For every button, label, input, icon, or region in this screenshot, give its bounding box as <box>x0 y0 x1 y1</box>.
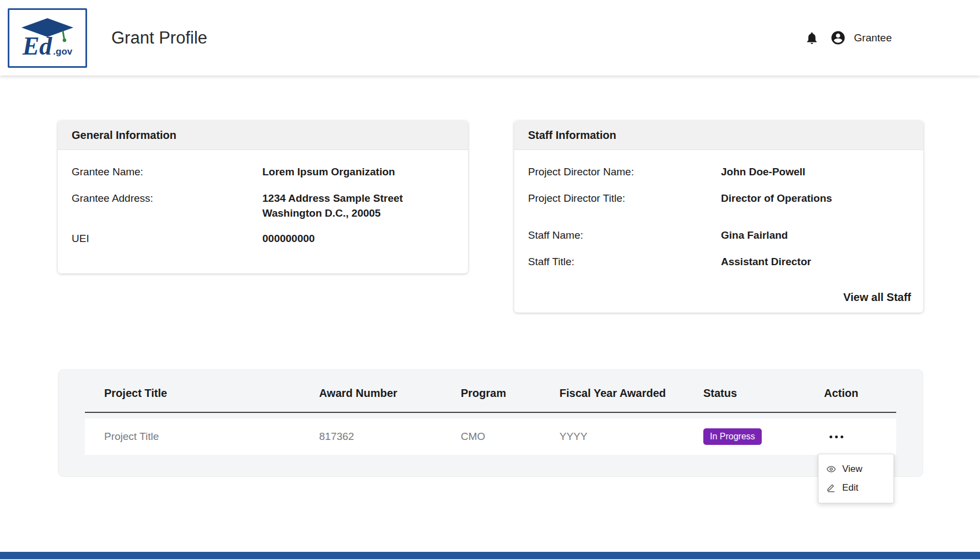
user-avatar-button[interactable] <box>830 30 846 46</box>
info-cards-row: General Information Grantee Name: Lorem … <box>58 121 923 313</box>
header-right: Grantee <box>805 30 892 46</box>
grantee-address-line1: 1234 Address Sample Street <box>262 191 454 206</box>
project-director-name-value: John Doe-Powell <box>721 164 909 180</box>
grant-profile-page: Ed .gov Grant Profile Grantee General In… <box>0 0 980 76</box>
logo-text: Ed .gov <box>23 34 73 59</box>
cell-fiscal-year: YYYY <box>559 431 703 443</box>
menu-item-edit[interactable]: Edit <box>819 479 893 497</box>
general-information-title: General Information <box>72 129 176 142</box>
grantee-address-label: Grantee Address: <box>72 191 262 206</box>
column-header-action: Action <box>824 387 896 400</box>
uei-row: UEI 000000000 <box>72 231 454 246</box>
staff-name-row: Staff Name: Gina Fairland <box>528 228 909 243</box>
staff-name-label: Staff Name: <box>528 228 721 243</box>
project-director-title-label: Project Director Title: <box>528 191 721 206</box>
page-title: Grant Profile <box>111 28 207 48</box>
project-director-name-label: Project Director Name: <box>528 164 721 180</box>
cell-award-number: 817362 <box>319 431 461 443</box>
dot-icon <box>830 436 832 438</box>
grantee-name-row: Grantee Name: Lorem Ipsum Organization <box>72 164 454 180</box>
project-director-title-value: Director of Operations <box>721 191 909 206</box>
view-all-staff-link[interactable]: View all Staff <box>843 291 911 304</box>
project-director-title-row: Project Director Title: Director of Oper… <box>528 191 909 206</box>
grantee-address-value: 1234 Address Sample Street Washington D.… <box>262 191 454 221</box>
pencil-icon <box>826 483 836 493</box>
menu-item-view[interactable]: View <box>819 460 893 479</box>
header: Ed .gov Grant Profile Grantee <box>0 0 980 76</box>
column-header-award-number: Award Number <box>319 387 461 400</box>
table-header-row: Project Title Award Number Program Fisca… <box>85 370 896 413</box>
cell-program: CMO <box>461 431 559 443</box>
ed-gov-logo[interactable]: Ed .gov <box>8 8 87 68</box>
notifications-button[interactable] <box>805 31 819 45</box>
logo-main-text: Ed <box>23 34 52 59</box>
staff-title-row: Staff Title: Assistant Director <box>528 254 909 270</box>
staff-information-header: Staff Information <box>514 121 923 150</box>
staff-information-title: Staff Information <box>528 129 616 142</box>
eye-icon <box>826 464 836 474</box>
staff-information-card: Staff Information Project Director Name:… <box>514 121 923 313</box>
person-icon <box>830 30 846 46</box>
uei-label: UEI <box>72 231 262 246</box>
column-header-status: Status <box>703 387 824 400</box>
dot-icon <box>841 436 843 438</box>
column-header-project-title: Project Title <box>85 387 319 400</box>
staff-name-value: Gina Fairland <box>721 228 909 243</box>
grantee-address-line2: Washington D.C., 20005 <box>262 206 454 221</box>
bell-icon <box>805 31 819 45</box>
projects-table: Project Title Award Number Program Fisca… <box>58 369 923 477</box>
projects-table-inner: Project Title Award Number Program Fisca… <box>85 370 896 455</box>
cell-project-title: Project Title <box>85 431 319 443</box>
staff-information-body: Project Director Name: John Doe-Powell P… <box>514 150 923 269</box>
column-header-program: Program <box>461 387 559 400</box>
table-row: Project Title 817362 CMO YYYY In Progres… <box>85 418 896 455</box>
grantee-address-row: Grantee Address: 1234 Address Sample Str… <box>72 191 454 221</box>
user-role-label: Grantee <box>854 32 892 44</box>
status-badge: In Progress <box>703 428 762 444</box>
dot-icon <box>835 436 838 438</box>
cell-action <box>824 431 896 443</box>
row-actions-button[interactable] <box>824 431 847 443</box>
menu-item-edit-label: Edit <box>842 482 858 493</box>
grantee-name-value: Lorem Ipsum Organization <box>262 164 454 180</box>
staff-title-label: Staff Title: <box>528 254 721 270</box>
general-information-card: General Information Grantee Name: Lorem … <box>58 121 468 273</box>
menu-item-view-label: View <box>842 464 863 475</box>
cell-status: In Progress <box>703 428 824 444</box>
general-information-header: General Information <box>58 121 468 150</box>
staff-title-value: Assistant Director <box>721 254 909 270</box>
uei-value: 000000000 <box>262 231 454 246</box>
action-menu: View Edit <box>818 454 894 503</box>
project-director-name-row: Project Director Name: John Doe-Powell <box>528 164 909 180</box>
logo-suffix-text: .gov <box>53 46 72 57</box>
general-information-body: Grantee Name: Lorem Ipsum Organization G… <box>58 150 468 246</box>
column-header-fiscal-year: Fiscal Year Awarded <box>559 387 703 400</box>
grantee-name-label: Grantee Name: <box>72 164 262 180</box>
footer-bar <box>0 552 980 559</box>
